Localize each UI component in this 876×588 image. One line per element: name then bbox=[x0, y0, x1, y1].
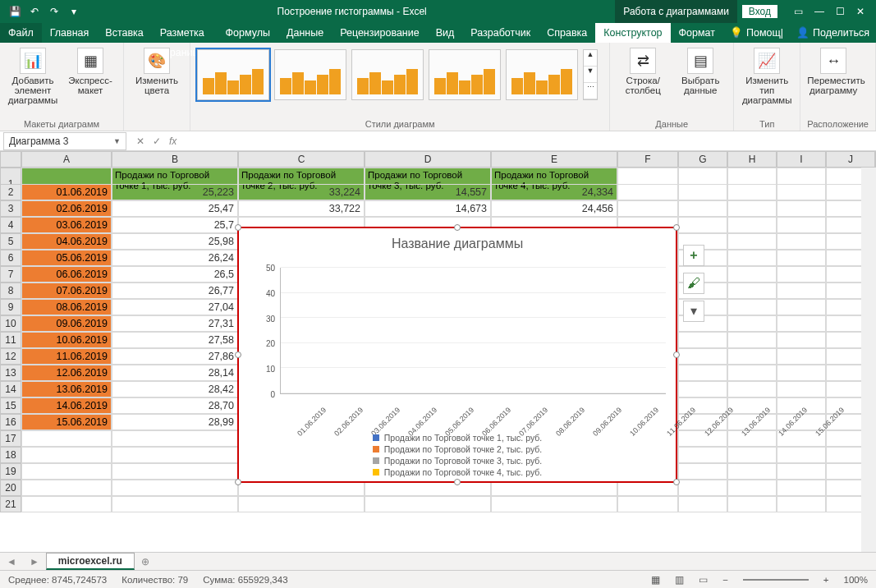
cell[interactable] bbox=[678, 184, 727, 200]
cell[interactable]: 09.06.2019 bbox=[21, 315, 112, 332]
tab-developer[interactable]: Разработчик bbox=[462, 23, 539, 43]
enter-icon[interactable]: ✓ bbox=[153, 136, 161, 147]
cell[interactable]: 25,7 bbox=[112, 217, 238, 233]
ribbon-options-icon[interactable]: ▭ bbox=[794, 6, 803, 17]
cell[interactable]: 27,86 bbox=[112, 348, 238, 365]
cell[interactable] bbox=[678, 200, 727, 217]
cell[interactable] bbox=[727, 200, 777, 217]
select-all[interactable] bbox=[0, 151, 21, 168]
column-header[interactable]: I bbox=[777, 151, 826, 168]
zoom-level[interactable]: 100% bbox=[844, 575, 868, 585]
tab-formulas[interactable]: Формулы bbox=[218, 23, 278, 43]
cell[interactable] bbox=[678, 365, 727, 381]
cell[interactable] bbox=[678, 480, 727, 496]
column-header[interactable]: E bbox=[491, 151, 617, 168]
row-header[interactable]: 3 bbox=[0, 200, 21, 217]
cell[interactable] bbox=[727, 217, 777, 233]
cell[interactable]: 26,24 bbox=[112, 250, 238, 266]
cell[interactable] bbox=[777, 283, 826, 299]
cell[interactable] bbox=[112, 463, 238, 480]
row-header[interactable]: 6 bbox=[0, 250, 21, 266]
cell[interactable] bbox=[112, 480, 238, 496]
tab-review[interactable]: Рецензирование bbox=[332, 23, 428, 43]
cell[interactable]: 08.06.2019 bbox=[21, 299, 112, 315]
tab-page-layout[interactable]: Разметка страницы bbox=[152, 23, 218, 43]
cell[interactable] bbox=[727, 365, 777, 381]
row-header[interactable]: 16 bbox=[0, 414, 21, 430]
cell[interactable]: 28,70 bbox=[112, 397, 238, 414]
chart-object[interactable]: Название диаграммы 01020304050 01.06.201… bbox=[237, 227, 677, 483]
row-header[interactable]: 19 bbox=[0, 463, 21, 480]
chart-styles-gallery[interactable]: ▲▼⋯ bbox=[197, 46, 598, 100]
column-header[interactable]: C bbox=[238, 151, 365, 168]
tab-home[interactable]: Главная bbox=[42, 23, 98, 43]
cell[interactable] bbox=[21, 480, 112, 496]
sheet-nav-next[interactable]: ► bbox=[23, 556, 46, 567]
chart-style-2[interactable] bbox=[274, 49, 346, 100]
chart-style-4[interactable] bbox=[429, 49, 501, 100]
view-page-break-icon[interactable]: ▭ bbox=[699, 574, 708, 586]
row-header[interactable]: 4 bbox=[0, 217, 21, 233]
cell[interactable] bbox=[727, 332, 777, 348]
cell[interactable] bbox=[678, 381, 727, 397]
cell[interactable]: 28,99 bbox=[112, 414, 238, 430]
redo-icon[interactable]: ↷ bbox=[46, 6, 62, 17]
sheet-nav-prev[interactable]: ◄ bbox=[0, 556, 23, 567]
cell[interactable]: 05.06.2019 bbox=[21, 250, 112, 266]
cell[interactable]: 15.06.2019 bbox=[21, 414, 112, 430]
change-colors-button[interactable]: 🎨 Изменить цвета bbox=[131, 46, 183, 95]
tab-chart-format[interactable]: Формат bbox=[671, 23, 723, 43]
tell-me[interactable]: 💡 Помощ| bbox=[723, 23, 790, 43]
column-header[interactable]: J bbox=[826, 151, 875, 168]
row-header[interactable]: 14 bbox=[0, 381, 21, 397]
cell[interactable] bbox=[777, 200, 826, 217]
cell[interactable]: 28,42 bbox=[112, 381, 238, 397]
cell[interactable] bbox=[727, 381, 777, 397]
cell[interactable] bbox=[112, 496, 238, 512]
signin-button[interactable]: Вход bbox=[742, 5, 777, 18]
cell[interactable] bbox=[777, 315, 826, 332]
column-header[interactable]: F bbox=[617, 151, 678, 168]
cell[interactable]: 28,14 bbox=[112, 365, 238, 381]
fx-icon[interactable]: fx bbox=[169, 136, 177, 147]
qat-dropdown-icon[interactable]: ▾ bbox=[66, 6, 82, 17]
row-header[interactable]: 21 bbox=[0, 496, 21, 512]
move-chart-button[interactable]: ↔ Переместить диаграмму bbox=[807, 46, 860, 95]
cell[interactable] bbox=[727, 496, 777, 512]
cell[interactable]: 26,77 bbox=[112, 283, 238, 299]
cell[interactable] bbox=[727, 250, 777, 266]
save-icon[interactable]: 💾 bbox=[7, 6, 23, 17]
cell[interactable]: 14,673 bbox=[365, 200, 491, 217]
cell[interactable] bbox=[727, 315, 777, 332]
vertical-scrollbar[interactable] bbox=[861, 168, 876, 552]
cell[interactable] bbox=[678, 332, 727, 348]
cell[interactable] bbox=[727, 299, 777, 315]
cell[interactable] bbox=[678, 348, 727, 365]
cell[interactable] bbox=[777, 496, 826, 512]
cell[interactable]: 06.06.2019 bbox=[21, 266, 112, 283]
cell[interactable] bbox=[617, 184, 678, 200]
cell[interactable] bbox=[777, 381, 826, 397]
maximize-icon[interactable]: ☐ bbox=[836, 6, 845, 17]
cell[interactable]: 04.06.2019 bbox=[21, 233, 112, 250]
switch-row-column-button[interactable]: ⇄ Строка/столбец bbox=[617, 46, 669, 95]
tab-help[interactable]: Справка bbox=[539, 23, 595, 43]
column-header[interactable]: G bbox=[678, 151, 727, 168]
cell[interactable] bbox=[777, 480, 826, 496]
cell[interactable] bbox=[727, 480, 777, 496]
cell[interactable]: 25,47 bbox=[112, 200, 238, 217]
cell[interactable]: 24,334 bbox=[491, 184, 617, 200]
cell[interactable]: 27,58 bbox=[112, 332, 238, 348]
cell[interactable] bbox=[777, 463, 826, 480]
cell[interactable] bbox=[727, 447, 777, 463]
chart-styles-button[interactable]: 🖌 bbox=[683, 273, 704, 294]
cell[interactable] bbox=[21, 430, 112, 447]
cell[interactable]: 25,98 bbox=[112, 233, 238, 250]
column-header[interactable]: B bbox=[112, 151, 238, 168]
row-header[interactable]: 11 bbox=[0, 332, 21, 348]
cell[interactable]: 27,31 bbox=[112, 315, 238, 332]
cell[interactable] bbox=[777, 348, 826, 365]
chart-title[interactable]: Название диаграммы bbox=[239, 228, 676, 255]
cell[interactable] bbox=[777, 266, 826, 283]
cell[interactable] bbox=[727, 463, 777, 480]
